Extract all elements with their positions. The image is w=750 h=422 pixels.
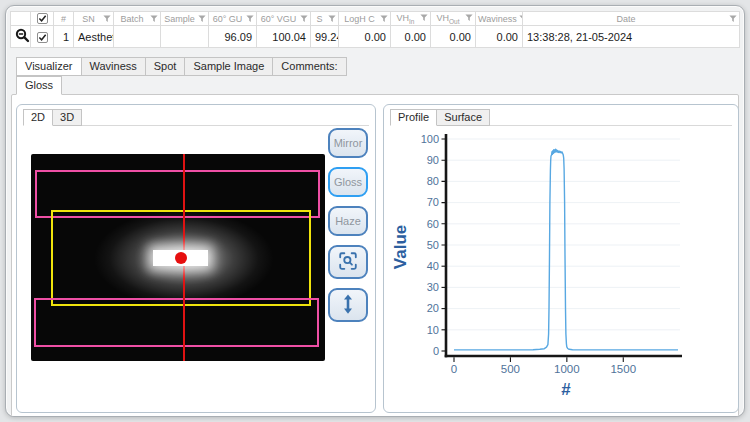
svg-text:40: 40	[427, 260, 439, 272]
filter-icon[interactable]	[328, 15, 336, 23]
main-tabstrip: VisualizerWavinessSpotSample ImageCommen…	[10, 57, 740, 76]
svg-text:70: 70	[427, 196, 439, 208]
filter-icon[interactable]	[150, 15, 158, 23]
app-window: #SNBatchSample60° GU60° VGUSLogH CVHInVH…	[5, 5, 745, 417]
svg-text:100: 100	[421, 133, 439, 145]
filter-icon[interactable]	[380, 15, 388, 23]
column-label-vgu60: 60° VGU	[259, 14, 298, 24]
cell-vhin: 0.00	[391, 26, 431, 48]
view-tabstrip: 2D3D	[23, 109, 369, 126]
filter-icon[interactable]	[198, 15, 206, 23]
tab-surface[interactable]: Surface	[436, 109, 490, 126]
filter-icon[interactable]	[729, 15, 737, 23]
column-header-sample[interactable]: Sample	[161, 12, 209, 26]
cell-num: 1	[54, 26, 74, 48]
column-header-date[interactable]: Date	[523, 12, 740, 26]
tab-2d[interactable]: 2D	[23, 109, 53, 126]
column-header-num[interactable]: #	[54, 12, 74, 26]
filter-icon[interactable]	[300, 15, 308, 23]
gloss-button[interactable]: Gloss	[328, 167, 368, 197]
haze-button[interactable]: Haze	[328, 206, 368, 236]
center-marker-dot	[175, 252, 187, 264]
zoom-region-icon	[337, 250, 359, 274]
column-header-s[interactable]: S	[311, 12, 339, 26]
filter-icon[interactable]	[246, 15, 254, 23]
column-label-loghc: LogH C	[341, 14, 378, 24]
svg-text:10: 10	[427, 324, 439, 336]
column-header-batch[interactable]: Batch	[114, 12, 161, 26]
svg-text:30: 30	[427, 281, 439, 293]
svg-text:60: 60	[427, 218, 439, 230]
view-2d-card: 2D3D Mirror Gloss Haze	[16, 104, 376, 413]
table-header-row: #SNBatchSample60° GU60° VGUSLogH CVHInVH…	[11, 12, 740, 26]
x-axis-label: #	[561, 380, 571, 399]
gloss-tabstrip: Gloss	[10, 76, 740, 95]
filter-icon[interactable]	[519, 15, 523, 23]
column-label-sn: SN	[76, 14, 101, 24]
column-label-num: #	[56, 14, 71, 24]
cell-waviness: 0.00	[476, 26, 523, 48]
zoom-out-row-icon[interactable]	[15, 33, 30, 45]
side-button-column: Mirror Gloss Haze	[328, 128, 368, 322]
column-header-waviness[interactable]: Waviness	[476, 12, 523, 26]
vertical-span-icon	[337, 293, 359, 317]
cell-s: 99.24	[311, 26, 339, 48]
column-label-batch: Batch	[116, 14, 148, 24]
svg-text:20: 20	[427, 302, 439, 314]
tab-gloss[interactable]: Gloss	[16, 76, 62, 95]
chart-tabstrip: ProfileSurface	[390, 109, 732, 126]
tab-3d[interactable]: 3D	[52, 109, 82, 126]
column-label-sample: Sample	[163, 14, 196, 24]
svg-text:1500: 1500	[610, 363, 636, 375]
row-select-checkbox[interactable]	[37, 32, 48, 43]
sample-camera-image[interactable]	[31, 154, 325, 361]
column-header-vhout[interactable]: VHOut	[431, 12, 476, 26]
tab-comments[interactable]: Comments:	[272, 57, 346, 76]
results-table: #SNBatchSample60° GU60° VGUSLogH CVHInVH…	[10, 11, 740, 48]
column-header-loghc[interactable]: LogH C	[339, 12, 391, 26]
column-label-gu60: 60° GU	[211, 14, 244, 24]
tab-spot[interactable]: Spot	[145, 57, 186, 76]
svg-text:50: 50	[427, 239, 439, 251]
filter-icon[interactable]	[420, 14, 428, 22]
tab-visualizer[interactable]: Visualizer	[16, 57, 82, 76]
filter-icon[interactable]	[465, 14, 473, 22]
mirror-button[interactable]: Mirror	[328, 128, 368, 158]
tab-waviness[interactable]: Waviness	[81, 57, 146, 76]
cell-vgu60: 100.04	[257, 26, 311, 48]
column-header-sn[interactable]: SN	[74, 12, 114, 26]
column-header-vgu60[interactable]: 60° VGU	[257, 12, 311, 26]
profile-chart-card: ProfileSurface 0102030405060708090100050…	[383, 104, 739, 413]
visualizer-panel: 2D3D Mirror Gloss Haze	[11, 94, 739, 417]
cell-gu60: 96.09	[209, 26, 257, 48]
column-header-vhin[interactable]: VHIn	[391, 12, 431, 26]
tab-sample-image[interactable]: Sample Image	[184, 57, 273, 76]
cell-vhout: 0.00	[431, 26, 476, 48]
column-header-select[interactable]	[31, 12, 54, 26]
zoom-region-button[interactable]	[328, 245, 368, 279]
column-label-vhin: VHIn	[393, 13, 418, 25]
roi-pink-bottom	[34, 298, 319, 347]
cell-select[interactable]	[31, 26, 54, 48]
y-axis-label: Value	[391, 225, 410, 269]
column-label-date: Date	[525, 14, 727, 24]
select-all-checkbox[interactable]	[37, 13, 48, 24]
tab-profile[interactable]: Profile	[390, 109, 437, 126]
column-label-waviness: Waviness	[478, 14, 517, 24]
cell-sample	[161, 26, 209, 48]
column-label-s: S	[313, 14, 326, 24]
cell-batch	[114, 26, 161, 48]
table-row[interactable]: 1Aesthetix96.09100.0499.240.000.000.000.…	[11, 26, 740, 48]
column-header-gu60[interactable]: 60° GU	[209, 12, 257, 26]
filter-icon[interactable]	[103, 15, 111, 23]
svg-text:1000: 1000	[554, 363, 580, 375]
profile-line-chart[interactable]: 0102030405060708090100050010001500Value#	[384, 125, 738, 412]
vertical-span-button[interactable]	[328, 288, 368, 322]
svg-text:500: 500	[501, 363, 520, 375]
column-label-vhout: VHOut	[433, 13, 463, 25]
cell-loghc: 0.00	[339, 26, 391, 48]
cell-sn: Aesthetix	[74, 26, 114, 48]
svg-text:90: 90	[427, 154, 439, 166]
cell-rowheader[interactable]	[11, 26, 31, 48]
svg-text:80: 80	[427, 175, 439, 187]
